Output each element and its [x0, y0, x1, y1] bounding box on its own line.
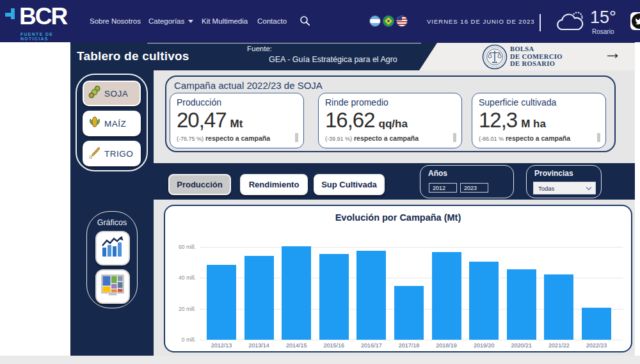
provinces-filter: Provincias Todas [526, 165, 602, 198]
dashboard-header: Tablero de cultivos Fuente: GEA - Guía E… [70, 42, 635, 70]
flag-brazil-icon[interactable] [383, 16, 394, 26]
kpi-section-title: Campaña actual 2022/23 de SOJA [174, 80, 323, 91]
bcr-logo-text: BCR [19, 3, 67, 30]
x-axis-label: 2017/18 [390, 342, 428, 349]
nav-item-categorias[interactable]: Categorías [148, 17, 193, 25]
chart-section: Evolución por Campaña (Mt) 0 mill.20 mil… [154, 200, 635, 356]
bcr-logo[interactable]: BCR FUENTE DE NOTICIAS [5, 2, 82, 40]
chart-bar-2019-20[interactable] [469, 262, 499, 340]
chart-bar-2014-15[interactable] [282, 246, 311, 340]
bcr-logo-plus-icon [5, 8, 19, 26]
years-filter: Años [420, 165, 514, 198]
y-axis-tick: 60 mill. [165, 244, 196, 250]
page-bottom-strip [0, 356, 640, 364]
x-axis-label: 2020/21 [503, 342, 540, 349]
flag-argentina-icon[interactable] [370, 16, 380, 26]
y-axis-tick: 40 mill. [165, 274, 196, 281]
crop-button-soja[interactable]: SOJA [83, 81, 141, 106]
language-flags [370, 16, 407, 26]
kpi-card-superficie: Superficie cultivada 12,3M ha (-86.01 %r… [472, 93, 606, 148]
bcr-logo-subtitle: FUENTE DE NOTICIAS [20, 32, 82, 41]
divider [540, 14, 541, 31]
kpi-value: 20,47 [177, 108, 227, 132]
x-axis-label: 2019/20 [465, 342, 502, 349]
gridline [200, 340, 623, 340]
twitter-icon [632, 13, 640, 29]
soybean-icon [87, 84, 102, 102]
chart-bar-2013-14[interactable] [244, 256, 274, 340]
divider [147, 43, 421, 44]
org-name: BOLSA DE COMERCIO DE ROSARIO [510, 45, 563, 68]
years-label: Años [428, 169, 447, 178]
x-axis-label: 2015/16 [316, 342, 353, 349]
chart-type-group: Gráficos [86, 211, 138, 308]
header-brand-area: BOLSA DE COMERCIO DE ROSARIO → [419, 43, 635, 70]
chart-bar-2016-17[interactable] [356, 251, 386, 340]
x-axis-label: 2014/15 [278, 342, 315, 349]
twitter-button[interactable] [630, 12, 640, 30]
crop-sidebar: SOJA MAÍZ [70, 70, 154, 356]
date-text: VIERNES 16 DE JUNIO DE 2023 [427, 18, 535, 25]
chart-bar-2015-16[interactable] [319, 254, 349, 340]
treemap-icon [101, 274, 124, 299]
temperature-value: 15° [590, 8, 616, 28]
chevron-down-icon [188, 20, 193, 23]
kpi-delta: (-86.01 %respecto a campaña 21/22 [479, 133, 599, 144]
chart-bar-2020-21[interactable] [507, 269, 536, 340]
y-axis-tick: 0 mill. [165, 336, 196, 343]
year-to-input[interactable] [460, 183, 488, 193]
y-axis-tick: 20 mill. [165, 306, 196, 312]
treemap-view-button[interactable] [95, 269, 130, 304]
kpi-unit: qq/ha [379, 118, 408, 130]
provinces-label: Provincias [534, 169, 573, 178]
x-axis-label: 2022/23 [578, 342, 615, 349]
bar-chart-view-button[interactable] [95, 231, 130, 265]
cloud-icon [554, 10, 586, 36]
tab-produccion[interactable]: Producción [168, 174, 231, 195]
bolsa-seal-icon [482, 44, 508, 72]
crop-selector-group: SOJA MAÍZ [76, 74, 148, 171]
x-axis-label: 2021/22 [540, 342, 577, 349]
source-value: GEA - Guía Estratégica para el Agro [269, 55, 397, 64]
gridline [200, 247, 623, 248]
tab-sup-cultivada[interactable]: Sup Cultivada [314, 174, 385, 195]
chevron-down-icon [586, 184, 591, 189]
kpi-delta: (-76.75 %)respecto a campaña 21/22 [177, 133, 297, 144]
search-icon[interactable] [300, 15, 310, 29]
kpi-unit: Mt [230, 118, 243, 130]
chart-bar-2017-18[interactable] [394, 286, 424, 340]
chart-bar-2022-23[interactable] [582, 308, 611, 340]
scrollbar-thumb[interactable] [597, 133, 600, 142]
nav-item-contacto[interactable]: Contacto [257, 17, 287, 25]
kpi-card-rinde: Rinde promedio 16,62qq/ha (-39.91 %)resp… [318, 93, 462, 148]
crop-button-maiz[interactable]: MAÍZ [83, 111, 141, 136]
scrollbar-thumb[interactable] [453, 133, 456, 142]
flag-usa-icon[interactable] [397, 16, 407, 26]
kpi-delta: (-39.91 %)respecto a campaña 21/22 [325, 133, 455, 144]
chart-bar-2018-19[interactable] [432, 252, 461, 340]
x-axis-label: 2018/19 [428, 342, 465, 349]
provinces-select[interactable]: Todas [533, 182, 596, 194]
corn-icon [87, 115, 102, 132]
scrollbar-thumb[interactable] [295, 133, 298, 142]
kpi-value: 12,3 [479, 108, 517, 132]
chart-bar-2012-13[interactable] [207, 265, 236, 340]
page-title: Tablero de cultivos [77, 49, 189, 63]
charts-group-label: Gráficos [87, 218, 137, 227]
kpi-unit: M ha [521, 118, 546, 130]
crop-button-trigo[interactable]: TRIGO [83, 141, 141, 166]
x-axis-label: 2012/13 [203, 342, 240, 349]
bar-chart-icon [100, 235, 125, 261]
chart-bar-2021-22[interactable] [544, 274, 573, 340]
controls-bar: Producción Rendimiento Sup Cultivada Año… [154, 163, 635, 200]
kpi-section: Campaña actual 2022/23 de SOJA Producció… [154, 70, 635, 163]
nav-item-sobre-nosotros[interactable]: Sobre Nosotros [90, 17, 141, 25]
weather-city: Rosario [592, 28, 614, 35]
nav-item-kit-multimedia[interactable]: Kit Multimedia [202, 17, 248, 25]
chart-plot: 0 mill.20 mill.40 mill.60 mill.2012/1320… [165, 206, 631, 351]
tab-rendimiento[interactable]: Rendimiento [240, 174, 308, 195]
kpi-value: 16,62 [325, 108, 375, 132]
next-arrow-button[interactable]: → [604, 43, 621, 63]
x-axis-label: 2013/14 [241, 342, 278, 349]
year-from-input[interactable] [429, 183, 457, 193]
